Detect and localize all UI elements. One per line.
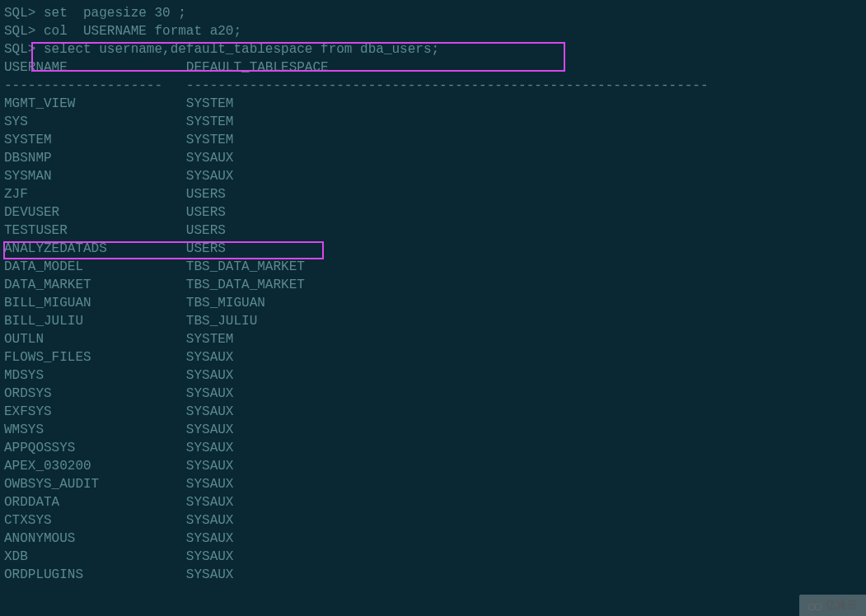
terminal-line: BILL_JULIU TBS_JULIU: [4, 312, 862, 330]
terminal-line: ZJF USERS: [4, 185, 862, 203]
terminal-line: OUTLN SYSTEM: [4, 330, 862, 348]
terminal-line: -------------------- -------------------…: [4, 77, 862, 95]
terminal-line: SQL> col USERNAME format a20;: [4, 22, 862, 40]
svg-point-1: [815, 604, 822, 610]
terminal-line: ORDSYS SYSAUX: [4, 385, 862, 403]
svg-point-0: [808, 604, 815, 610]
terminal-line: CTXSYS SYSAUX: [4, 511, 862, 530]
terminal-line: WMSYS SYSAUX: [4, 421, 862, 439]
terminal-line: ANONYMOUS SYSAUX: [4, 530, 862, 548]
terminal-line: TESTUSER USERS: [4, 222, 862, 240]
terminal-line: EXFSYS SYSAUX: [4, 403, 862, 421]
terminal-line: DATA_MARKET TBS_DATA_MARKET: [4, 276, 862, 294]
terminal-line: SYS SYSTEM: [4, 113, 862, 131]
terminal-line: ORDDATA SYSAUX: [4, 493, 862, 511]
terminal-line: FLOWS_FILES SYSAUX: [4, 348, 862, 366]
terminal-line: OWBSYS_AUDIT SYSAUX: [4, 475, 862, 493]
terminal-line: MGMT_VIEW SYSTEM: [4, 95, 862, 113]
terminal-line: SQL> set pagesize 30 ;: [4, 4, 862, 22]
terminal-output: SQL> set pagesize 30 ;SQL> col USERNAME …: [4, 4, 862, 584]
watermark-icon: [807, 601, 822, 609]
terminal-line: MDSYS SYSAUX: [4, 366, 862, 385]
terminal-line: DEVUSER USERS: [4, 203, 862, 222]
terminal-line: SYSTEM SYSTEM: [4, 131, 862, 149]
terminal-line: APPQOSSYS SYSAUX: [4, 439, 862, 457]
terminal-line: BILL_MIGUAN TBS_MIGUAN: [4, 294, 862, 312]
terminal-line: ORDPLUGINS SYSAUX: [4, 566, 862, 584]
terminal-line: ANALYZEDATADS USERS: [4, 240, 862, 258]
terminal-line: APEX_030200 SYSAUX: [4, 457, 862, 475]
watermark-text: 亿速云: [826, 598, 858, 613]
terminal-line: DBSNMP SYSAUX: [4, 149, 862, 167]
terminal-line: SYSMAN SYSAUX: [4, 167, 862, 185]
terminal-line: USERNAME DEFAULT_TABLESPACE: [4, 58, 862, 77]
terminal-line: SQL> select username,default_tablespace …: [4, 40, 862, 58]
watermark: 亿速云: [799, 595, 866, 616]
terminal-line: XDB SYSAUX: [4, 548, 862, 566]
terminal-line: DATA_MODEL TBS_DATA_MARKET: [4, 258, 862, 276]
